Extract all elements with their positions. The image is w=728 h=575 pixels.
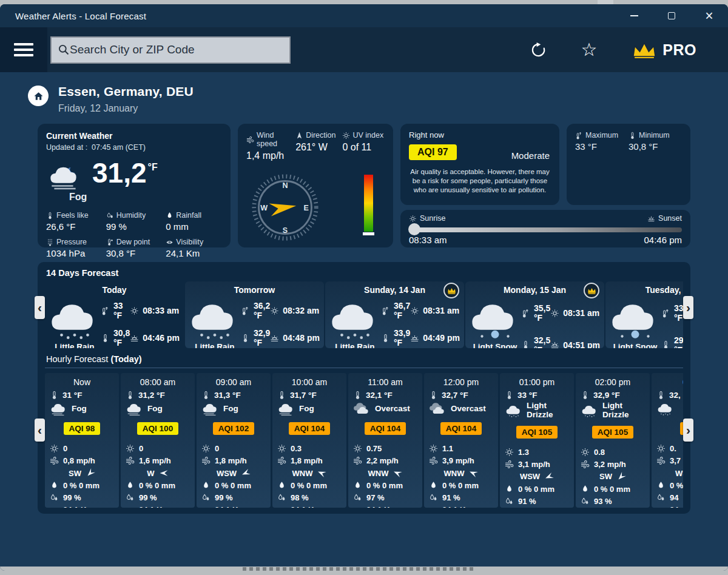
day-max: 33 °F [101, 299, 130, 322]
favorite-button[interactable]: ☆ [581, 41, 597, 59]
maximize-button[interactable] [653, 4, 690, 27]
wind-direction: Direction 261° W [295, 131, 342, 161]
svg-text:W: W [260, 204, 268, 212]
visibility-icon [353, 505, 362, 508]
raindrop-icon [201, 481, 211, 490]
day-condition-block: Little Rain [189, 297, 241, 348]
day-label: Tomorrow [189, 283, 320, 297]
sun-progress-handle[interactable] [408, 223, 420, 235]
aqi-level: Moderate [511, 150, 550, 161]
sun-progress-track [409, 224, 682, 235]
day-forecast-column[interactable]: Today 33 °F Little Rain 08:33 am 30,8 °F… [45, 281, 184, 348]
extremes-card: Maximum 33 °F Minimum 30,8 °F [567, 124, 690, 205]
crown-badge [443, 283, 459, 298]
wind-direction-arrow [84, 466, 98, 480]
day-max: 35,5 °F [521, 301, 550, 324]
weather-icon [505, 403, 523, 418]
hour-condition-row: Fog [201, 402, 266, 416]
hour-temp: 31,3 °F [201, 391, 266, 400]
weather-icon [277, 402, 295, 416]
day-forecast-column[interactable]: Tomorrow 36,2 °F Little Rain 08:32 am 32… [185, 281, 324, 348]
hour-time: 02:00 pm [581, 375, 645, 389]
hour-precip: 0 % 0 mm [201, 481, 266, 490]
refresh-button[interactable] [530, 42, 547, 58]
hour-uv: 1.3 [505, 448, 569, 457]
search-input[interactable] [70, 43, 283, 56]
hour-visibility: 24,1 Km [353, 505, 417, 508]
sunset-icon [270, 334, 279, 343]
daily-scroll-left-button[interactable]: ‹ [35, 296, 45, 319]
thermometer-up-icon [101, 306, 110, 315]
menu-button[interactable] [0, 27, 47, 72]
raindrop-icon [656, 481, 666, 490]
hour-wind-dir: W [126, 468, 190, 478]
hourly-scroll-right-button[interactable]: › [683, 419, 693, 442]
day-forecast-column[interactable]: Tuesday, 16 Ja 33,2 °F Light Snow Shower… [605, 281, 683, 348]
wind-direction-arrow [615, 469, 629, 483]
wind-speed: Wind speed 1,4 mp/h [246, 131, 295, 161]
maximum-temp: Maximum 33 °F [575, 131, 629, 152]
wind-card: Wind speed 1,4 mp/h Direction 261° W UV … [238, 124, 393, 247]
thermometer-icon [629, 132, 636, 140]
hour-condition-row: Fog [126, 402, 190, 416]
daily-scroll-right-button[interactable]: › [683, 296, 693, 319]
hourly-scroll-left-button[interactable]: ‹ [35, 419, 45, 442]
sun-icon [50, 444, 59, 453]
hour-visibility: 24, [656, 505, 683, 508]
day-condition: Little Rain [49, 342, 101, 348]
hour-temp: 31 °F [50, 391, 114, 400]
raindrop-icon [126, 481, 135, 490]
hour-precip: 0 % 0 mm [581, 485, 645, 494]
pro-button[interactable]: PRO [631, 40, 696, 60]
day-condition: Light Snow Showers [469, 342, 521, 348]
close-button[interactable]: × [690, 4, 728, 27]
hour-precip: 0 % 0 mm [50, 481, 114, 490]
aqi-badge: AQI 105 [516, 426, 558, 439]
sunset-icon [410, 334, 419, 343]
minimize-button[interactable] [615, 4, 653, 27]
thermometer-icon [429, 391, 438, 400]
hour-precip: 0 % 0 mm [126, 481, 190, 490]
day-condition-block: Light Snow Showers [609, 297, 661, 348]
sunset-icon [647, 215, 655, 223]
humidity-icon [277, 493, 286, 502]
wind-direction-arrow [159, 468, 169, 478]
hour-precip: 0 % 0 mm [277, 481, 342, 490]
window-title: Weather Alerts - Local Forecast [0, 11, 146, 21]
hour-visibility: 24,1 Km [126, 505, 190, 508]
hourly-forecast-row: Now 31 °F Fog AQI 98 0 0,8 mp/h SW 0 % 0… [45, 373, 683, 508]
sun-card: Sunrise Sunset 08:33 am 04:46 pm [400, 210, 690, 247]
aqi-badge: AQI 105 [592, 426, 633, 439]
raindrop-icon [277, 481, 286, 490]
visibility-icon [277, 505, 286, 508]
metric-dew-point: Dew point 30,8 °F [106, 238, 163, 258]
aqi-badge: AQI 98 [64, 422, 101, 435]
hour-wind: 2,2 mp/h [353, 456, 417, 465]
hour-condition: Overcast [451, 405, 486, 414]
visibility-icon [50, 505, 59, 508]
day-condition-block: Light Snow Showers [469, 297, 521, 348]
hour-wind-dir: SW [581, 472, 645, 482]
humidity-icon [106, 212, 114, 220]
hour-temp: 31,2 °F [126, 391, 190, 400]
weather-icon [49, 297, 101, 341]
day-forecast-column[interactable]: Monday, 15 Jan 35,5 °F Light Snow Shower… [465, 281, 604, 348]
raindrop-icon [166, 212, 174, 220]
humidity-icon [353, 493, 362, 502]
hour-forecast-column: 09:00 am 31,3 °F Fog AQI 102 0 1,8 mp/h … [197, 373, 271, 508]
thermometer-icon [101, 334, 110, 343]
uv-level-marker [363, 232, 374, 235]
hour-uv: 0.8 [581, 448, 645, 457]
visibility-icon [201, 505, 211, 508]
minimum-temp: Minimum 30,8 °F [629, 131, 682, 152]
hour-wind: 1,8 mp/h [201, 456, 266, 465]
day-forecast-column[interactable]: Sunday, 14 Jan 36,7 °F Little Rain 08:31… [325, 281, 464, 348]
air-quality-card: Right now AQI 97 Moderate Air quality is… [400, 124, 559, 205]
hour-wind-dir: WNW [277, 468, 342, 478]
hour-condition-row: Light Drizzle [505, 402, 569, 420]
search-box[interactable] [50, 36, 291, 64]
sunset-time: 04:46 pm [644, 235, 682, 245]
thermometer-up-icon [661, 309, 670, 318]
crown-icon [631, 40, 658, 60]
direction-arrow-icon [295, 132, 303, 140]
